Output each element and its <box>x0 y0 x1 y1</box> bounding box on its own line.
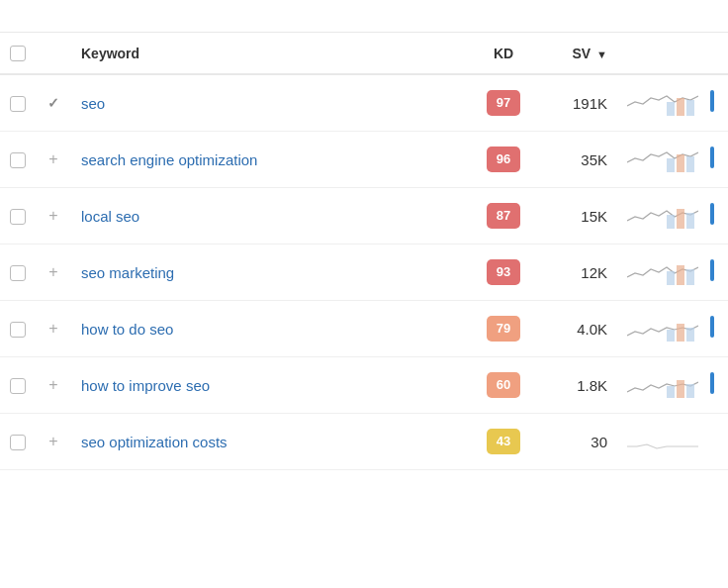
blue-bar <box>710 259 714 281</box>
row-checkbox[interactable] <box>10 378 26 394</box>
row-checkbox-cell[interactable] <box>0 301 36 357</box>
sv-cell: 15K <box>538 188 617 245</box>
keyword-link[interactable]: seo <box>81 95 105 112</box>
keyword-cell: seo optimization costs <box>71 414 469 470</box>
svg-rect-2 <box>686 100 694 116</box>
svg-rect-13 <box>677 324 684 342</box>
table-row: ✓seo97191K <box>0 74 728 132</box>
row-checkbox-cell[interactable] <box>0 414 36 470</box>
svg-rect-10 <box>677 265 684 285</box>
page-header <box>0 0 728 33</box>
kd-cell: 87 <box>469 188 538 245</box>
sv-cell: 12K <box>538 245 617 301</box>
sparkline-chart <box>627 370 698 400</box>
table-row: +seo optimization costs4330 <box>0 414 728 470</box>
svg-rect-5 <box>686 156 694 172</box>
kd-cell: 60 <box>469 357 538 414</box>
row-checkbox[interactable] <box>10 96 26 112</box>
extra-indicator <box>708 188 728 245</box>
svg-rect-7 <box>677 209 684 229</box>
kd-cell: 43 <box>469 414 538 470</box>
svg-rect-3 <box>667 158 675 172</box>
table-row: +local seo8715K <box>0 188 728 245</box>
blue-bar <box>710 203 714 225</box>
chart-cell <box>617 414 708 470</box>
svg-rect-9 <box>667 271 675 285</box>
col-kd: KD <box>469 33 538 74</box>
row-checkbox-cell[interactable] <box>0 245 36 301</box>
row-action-cell[interactable]: + <box>36 357 71 414</box>
plus-icon[interactable]: + <box>48 433 57 449</box>
keyword-link[interactable]: seo optimization costs <box>81 434 228 450</box>
keyword-link[interactable]: how to improve seo <box>81 377 210 394</box>
table-row: +how to improve seo601.8K <box>0 357 728 414</box>
sparkline-chart <box>627 145 698 174</box>
extra-indicator <box>708 74 728 132</box>
table-row: +seo marketing9312K <box>0 245 728 301</box>
svg-rect-16 <box>677 380 684 398</box>
svg-rect-15 <box>667 386 675 398</box>
row-action-cell[interactable]: + <box>36 301 71 357</box>
kd-cell: 96 <box>469 132 538 188</box>
kd-cell: 97 <box>469 74 538 132</box>
chart-cell <box>617 74 708 132</box>
col-keyword: Keyword <box>71 33 469 74</box>
row-action-cell[interactable]: + <box>36 132 71 188</box>
svg-rect-11 <box>686 269 694 285</box>
svg-rect-6 <box>667 215 675 229</box>
keyword-link[interactable]: how to do seo <box>81 321 173 338</box>
sparkline-chart <box>627 201 698 231</box>
table-row: +how to do seo794.0K <box>0 301 728 357</box>
keyword-cell: search engine optimization <box>71 132 469 188</box>
plus-icon[interactable]: + <box>48 207 57 224</box>
row-checkbox[interactable] <box>10 265 26 281</box>
row-checkbox-cell[interactable] <box>0 357 36 414</box>
kd-badge: 79 <box>487 316 520 342</box>
row-checkbox-cell[interactable] <box>0 132 36 188</box>
select-all-checkbox[interactable] <box>10 46 26 61</box>
chart-cell <box>617 357 708 414</box>
plus-icon[interactable]: + <box>48 263 57 280</box>
row-checkbox[interactable] <box>10 435 26 450</box>
kd-badge: 87 <box>487 203 520 229</box>
row-action-cell[interactable]: + <box>36 188 71 245</box>
row-checkbox-cell[interactable] <box>0 74 36 132</box>
svg-rect-4 <box>677 154 684 172</box>
sv-cell: 1.8K <box>538 357 617 414</box>
blue-bar <box>710 90 714 112</box>
keyword-link[interactable]: search engine optimization <box>81 151 257 168</box>
sv-cell: 4.0K <box>538 301 617 357</box>
extra-indicator <box>708 132 728 188</box>
row-checkbox[interactable] <box>10 152 26 168</box>
chart-cell <box>617 245 708 301</box>
keyword-cell: seo marketing <box>71 245 469 301</box>
plus-icon[interactable]: + <box>48 150 57 167</box>
svg-rect-17 <box>686 384 694 398</box>
row-checkbox[interactable] <box>10 322 26 338</box>
sort-icon: ▼ <box>596 49 607 60</box>
sparkline-chart <box>627 88 698 118</box>
sv-cell: 35K <box>538 132 617 188</box>
row-action-cell[interactable]: + <box>36 245 71 301</box>
row-checkbox-cell[interactable] <box>0 188 36 245</box>
extra-indicator <box>708 301 728 357</box>
kd-cell: 93 <box>469 245 538 301</box>
chart-cell <box>617 301 708 357</box>
col-check[interactable] <box>0 33 36 74</box>
keyword-link[interactable]: seo marketing <box>81 264 174 281</box>
kd-badge: 60 <box>487 372 520 398</box>
plus-icon[interactable]: + <box>48 376 57 393</box>
blue-bar <box>710 372 714 394</box>
extra-indicator <box>708 414 728 470</box>
sparkline-chart <box>627 257 698 287</box>
col-sv[interactable]: SV ▼ <box>538 33 617 74</box>
plus-icon[interactable]: + <box>48 320 57 337</box>
row-action-cell[interactable]: ✓ <box>36 74 71 132</box>
row-checkbox[interactable] <box>10 209 26 225</box>
sparkline-chart <box>627 314 698 343</box>
row-action-cell[interactable]: + <box>36 414 71 470</box>
svg-rect-0 <box>667 102 675 116</box>
col-action <box>36 33 71 74</box>
chart-cell <box>617 188 708 245</box>
keyword-link[interactable]: local seo <box>81 208 139 225</box>
